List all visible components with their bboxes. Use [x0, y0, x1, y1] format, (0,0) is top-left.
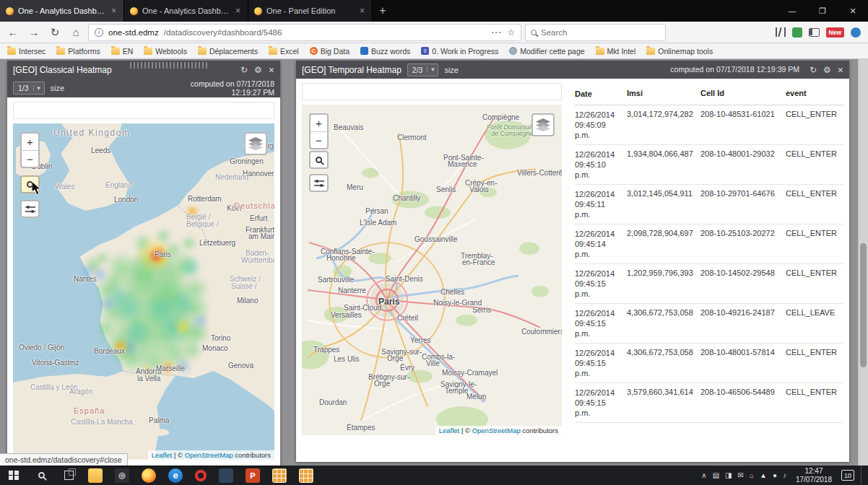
sidebar-icon[interactable] — [809, 28, 820, 37]
table-row[interactable]: 12/26/201409:45:14p.m. 2,098,728,904,697… — [575, 224, 843, 264]
bookmark-item[interactable]: EN — [111, 47, 134, 56]
url-bar[interactable]: i one-std.edmz/datadiscovery#dashboard/5… — [88, 24, 521, 41]
bookmark-item[interactable]: Excel — [269, 47, 299, 56]
tab-close-icon[interactable]: × — [110, 6, 118, 16]
tray-icon[interactable]: ♪ — [783, 471, 786, 479]
tray-icon[interactable]: ⌂ — [750, 471, 754, 479]
taskbar-app-icon[interactable] — [88, 468, 103, 483]
search-input[interactable] — [541, 28, 660, 37]
tray-icon[interactable]: ◨ — [725, 471, 732, 479]
browser-tab[interactable]: One - Panel Edition × — [248, 0, 373, 22]
layers-control[interactable] — [244, 132, 267, 155]
bookmark-item[interactable]: 0. Work in Progress — [421, 47, 498, 56]
map-filter-button[interactable] — [309, 174, 329, 192]
browser-tab[interactable]: One - Analytics Dashboard × — [124, 0, 248, 22]
site-info-icon[interactable]: i — [95, 28, 103, 37]
table-row[interactable]: 12/26/201409:45:15p.m. 3,579,660,341,614… — [575, 383, 843, 423]
forward-button[interactable]: → — [25, 24, 43, 41]
bookmark-item[interactable]: Onlinemap tools — [646, 47, 713, 56]
bookmark-item[interactable]: Modifier cette page — [509, 47, 584, 56]
extension-blue-icon[interactable] — [851, 27, 861, 38]
minimize-button[interactable]: — — [777, 0, 807, 22]
bookmark-item[interactable]: Big Data — [310, 47, 350, 56]
taskbar-app-icon[interactable] — [272, 468, 287, 483]
bookmark-item[interactable]: Platforms — [56, 47, 100, 56]
extension-green-icon[interactable] — [792, 27, 802, 38]
scrollbar-thumb[interactable] — [860, 243, 867, 367]
maximize-button[interactable]: ❐ — [807, 0, 838, 22]
table-row[interactable]: 12/26/201409:45:15p.m. 4,306,672,753,058… — [575, 304, 843, 344]
refresh-icon[interactable]: ↻ — [240, 65, 248, 75]
col-cell-id[interactable]: Cell Id — [700, 89, 786, 99]
taskbar-search-button[interactable] — [27, 466, 55, 485]
page-select[interactable]: 1/3 ▼ — [13, 82, 45, 95]
gear-icon[interactable]: ⚙ — [823, 65, 831, 75]
table-row[interactable]: 12/26/201409:45:11p.m. 3,012,145,054,911… — [575, 185, 843, 224]
page-actions-icon[interactable]: ··· — [492, 28, 503, 37]
bookmark-item[interactable]: Intersec — [7, 47, 45, 56]
task-view-button[interactable] — [55, 466, 82, 485]
close-panel-icon[interactable]: × — [269, 64, 274, 76]
col-event[interactable]: event — [786, 89, 843, 99]
taskbar-app-icon[interactable] — [115, 468, 129, 483]
home-button[interactable]: ⌂ — [67, 24, 84, 41]
table-row[interactable]: 12/26/201409:45:09p.m. 3,014,172,974,282… — [575, 105, 843, 145]
tray-icon[interactable]: ● — [773, 471, 777, 479]
panel-filter-strip[interactable] — [302, 83, 562, 100]
layers-control[interactable] — [531, 113, 555, 136]
classical-heatmap-map[interactable]: United KingdomDublinLeedsWalesEnglandLon… — [13, 123, 274, 460]
tray-icon[interactable]: ∧ — [701, 471, 706, 479]
close-panel-icon[interactable]: × — [838, 64, 843, 76]
bookmark-item[interactable]: Webtools — [144, 47, 187, 56]
osm-link[interactable]: OpenStreetMap — [472, 427, 521, 434]
taskbar-app-icon[interactable] — [142, 468, 156, 483]
gear-icon[interactable]: ⚙ — [254, 65, 262, 75]
reload-button[interactable]: ↻ — [46, 24, 64, 41]
leaflet-link[interactable]: Leaflet — [152, 451, 173, 459]
taskbar-app-icon[interactable] — [195, 470, 207, 481]
taskbar-app-icon[interactable] — [246, 468, 260, 483]
osm-link[interactable]: OpenStreetMap — [185, 451, 233, 459]
back-button[interactable]: ← — [4, 24, 22, 41]
taskbar-app-icon[interactable] — [168, 468, 183, 483]
leaflet-link[interactable]: Leaflet — [439, 427, 460, 434]
zoom-out-button[interactable]: − — [22, 150, 38, 167]
col-imsi[interactable]: Imsi — [627, 89, 700, 99]
zoom-in-button[interactable]: + — [22, 134, 38, 150]
show-desktop-button[interactable] — [861, 466, 864, 485]
bookmark-item[interactable]: Buzz words — [360, 47, 410, 56]
bookmark-item[interactable]: Déplacements — [198, 47, 258, 56]
start-button[interactable] — [0, 466, 27, 485]
table-row[interactable]: 12/26/201409:45:15p.m. 1,202,959,796,393… — [575, 264, 843, 304]
tray-icon[interactable]: ✉ — [738, 471, 744, 479]
new-extension-badge[interactable]: New — [826, 27, 844, 38]
browser-tab[interactable]: One - Analytics Dashboard × — [0, 0, 124, 22]
bookmark-item[interactable]: Mkt Intel — [596, 47, 636, 56]
tray-icon[interactable]: ▤ — [713, 471, 719, 479]
refresh-icon[interactable]: ↻ — [810, 65, 817, 75]
tray-icon[interactable]: ▲ — [760, 471, 767, 479]
table-row[interactable]: 12/26/201409:45:10p.m. 1,934,804,066,487… — [575, 145, 843, 185]
bookmark-star-icon[interactable]: ☆ — [507, 27, 515, 38]
page-select[interactable]: 2/3 ▼ — [407, 64, 439, 77]
taskbar-app-icon[interactable] — [219, 468, 233, 483]
close-button[interactable]: ✕ — [838, 0, 868, 22]
page-scrollbar[interactable] — [858, 59, 868, 466]
temporal-heatmap-map[interactable]: BeauvaisClermontCompiègneForêt Domaniale… — [302, 105, 562, 435]
map-search-button[interactable] — [309, 151, 329, 169]
notification-badge[interactable]: 10 — [841, 470, 854, 481]
col-date[interactable]: Date — [575, 89, 627, 99]
taskbar-clock[interactable]: 12:4717/07/2018 — [793, 467, 835, 484]
panel-filter-strip[interactable] — [13, 102, 274, 119]
taskbar-app-icon[interactable] — [299, 468, 313, 483]
table-row[interactable]: 12/26/201409:45:15p.m. 4,306,672,753,058… — [575, 344, 843, 383]
library-icon[interactable] — [776, 27, 786, 37]
drag-handle-icon[interactable] — [130, 62, 209, 69]
tab-close-icon[interactable]: × — [358, 6, 366, 16]
zoom-in-button[interactable]: + — [311, 115, 327, 131]
tab-close-icon[interactable]: × — [234, 6, 242, 16]
zoom-out-button[interactable]: − — [311, 131, 327, 148]
map-filter-button[interactable] — [20, 200, 40, 218]
search-bar[interactable] — [525, 24, 666, 41]
new-tab-button[interactable]: + — [373, 0, 393, 22]
